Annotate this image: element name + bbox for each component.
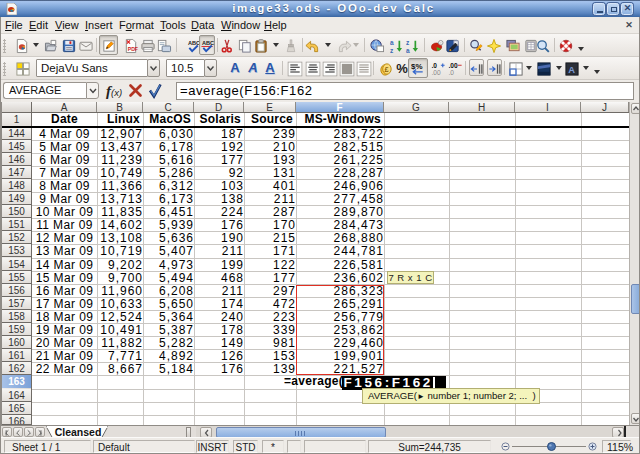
svg-text:a: a	[390, 39, 394, 46]
svg-text:A: A	[568, 64, 575, 74]
svg-text:ABC: ABC	[187, 39, 199, 45]
svg-text:PDF: PDF	[128, 45, 138, 51]
svg-text:.00: .00	[432, 68, 441, 75]
svg-text:$%: $%	[411, 62, 423, 71]
svg-text:.0: .0	[449, 68, 455, 75]
svg-text:a: a	[406, 46, 410, 53]
svg-text:z: z	[390, 46, 394, 53]
svg-text:ABC: ABC	[201, 39, 213, 45]
svg-text:z: z	[406, 39, 410, 46]
